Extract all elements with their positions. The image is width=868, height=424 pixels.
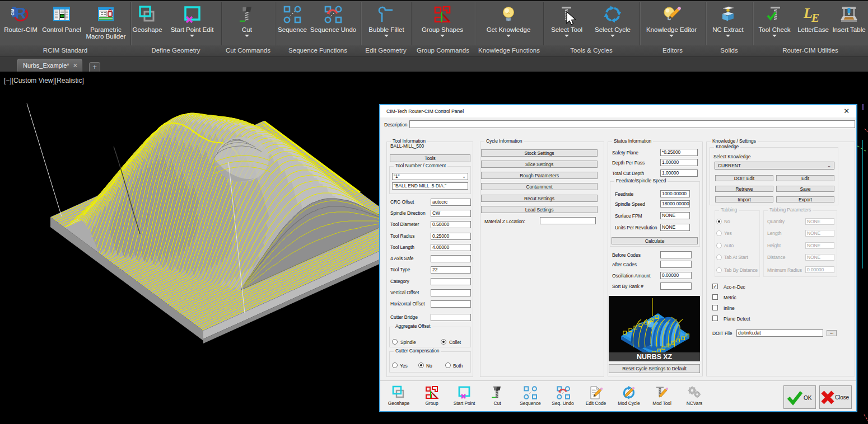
svg-text:Close: Close: [835, 394, 850, 401]
svg-text:OK: OK: [804, 395, 812, 401]
svg-text:E: E: [811, 11, 819, 24]
svg-text:CIM: CIM: [11, 9, 15, 16]
